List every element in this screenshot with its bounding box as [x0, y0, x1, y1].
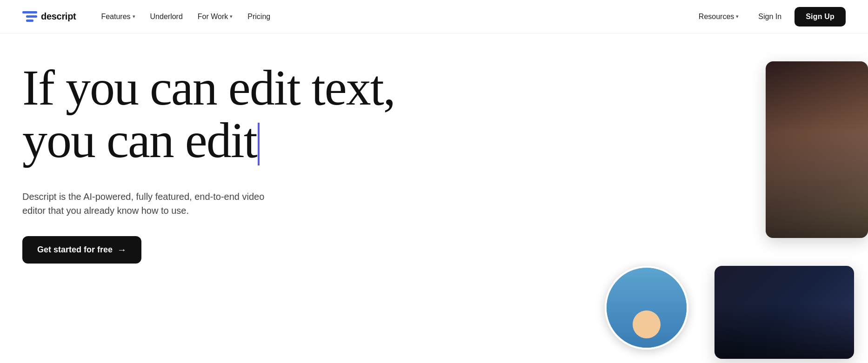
logo-link[interactable]: descript: [22, 11, 76, 22]
thumbnail-card-1: [766, 61, 868, 238]
hero-headline-line1: If you can edit text,: [22, 60, 395, 115]
nav-features-label: Features: [101, 13, 130, 21]
text-cursor: [258, 123, 260, 165]
nav-item-resources[interactable]: Resources ▾: [692, 9, 745, 25]
chevron-down-icon-2: ▾: [230, 13, 233, 20]
sign-up-button[interactable]: Sign Up: [795, 7, 846, 26]
hero-headline: If you can edit text, you can edit: [22, 61, 534, 167]
nav-right: Resources ▾ Sign In Sign Up: [692, 7, 846, 26]
sign-in-button[interactable]: Sign In: [749, 8, 791, 26]
hero-headline-line2: you can edit: [22, 112, 257, 168]
cta-button[interactable]: Get started for free →: [22, 236, 141, 264]
logo-bar-2: [26, 15, 37, 18]
nav-forwork-label: For Work: [198, 13, 228, 21]
nav-item-features[interactable]: Features ▾: [94, 9, 141, 25]
thumbnail-card-2: [714, 266, 854, 359]
chevron-down-icon-3: ▾: [736, 13, 739, 20]
thumbnail-container: [710, 61, 868, 359]
nav-item-underlord[interactable]: Underlord: [144, 9, 189, 25]
nav-item-forwork[interactable]: For Work ▾: [191, 9, 239, 25]
logo-bar-1: [22, 11, 37, 13]
person-thumbnail: [605, 266, 688, 350]
person-head: [633, 310, 661, 338]
hero-section: If you can edit text, you can edit Descr…: [0, 33, 868, 363]
nav-item-pricing[interactable]: Pricing: [241, 9, 277, 25]
nav-underlord-label: Underlord: [150, 13, 183, 21]
person-silhouette: [607, 268, 687, 348]
logo-icon: [22, 11, 37, 22]
cta-label: Get started for free: [37, 245, 113, 255]
logo-text: descript: [41, 11, 76, 22]
thumbnail-overlay-2: [714, 303, 854, 359]
nav-links: Features ▾ Underlord For Work ▾ Pricing: [94, 9, 692, 25]
nav-resources-label: Resources: [699, 13, 734, 21]
hero-subtext: Descript is the AI-powered, fully featur…: [22, 190, 274, 218]
chevron-down-icon: ▾: [133, 13, 135, 20]
cta-arrow-icon: →: [117, 244, 127, 255]
navbar: descript Features ▾ Underlord For Work ▾…: [0, 0, 868, 33]
nav-pricing-label: Pricing: [247, 13, 270, 21]
thumbnail-overlay-1: [766, 132, 868, 238]
logo-bar-3: [26, 20, 33, 22]
